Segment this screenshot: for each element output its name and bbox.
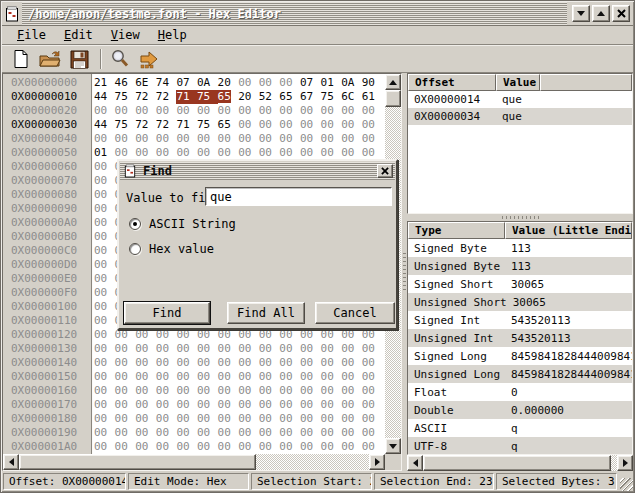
- hex-byte[interactable]: 00: [238, 146, 259, 160]
- hex-byte[interactable]: 20: [238, 90, 259, 104]
- inspector-row[interactable]: Signed Short30065: [408, 275, 632, 293]
- hex-byte[interactable]: 00: [341, 146, 362, 160]
- hex-byte[interactable]: 71: [176, 118, 197, 132]
- hex-byte[interactable]: 00: [156, 370, 177, 384]
- inspector-row[interactable]: UTF-8q: [408, 437, 632, 455]
- scroll-left-button[interactable]: [407, 455, 423, 471]
- scroll-right-button[interactable]: [617, 455, 633, 471]
- radio-unselected-icon[interactable]: [129, 243, 141, 255]
- hex-byte[interactable]: 00: [259, 426, 280, 440]
- hex-byte[interactable]: 00: [341, 398, 362, 412]
- hex-byte[interactable]: 00: [94, 258, 115, 272]
- new-file-button[interactable]: [8, 47, 34, 71]
- hex-byte[interactable]: 00: [176, 440, 197, 454]
- inspector-row[interactable]: Signed Int543520113: [408, 311, 632, 329]
- hex-byte[interactable]: 00: [218, 342, 239, 356]
- find-dialog-close-button[interactable]: [377, 164, 393, 178]
- hex-byte[interactable]: 00: [135, 370, 156, 384]
- hex-byte[interactable]: 00: [238, 356, 259, 370]
- hex-byte[interactable]: 00: [259, 398, 280, 412]
- minimize-button[interactable]: [572, 5, 590, 22]
- hex-byte[interactable]: 00: [94, 160, 115, 174]
- hex-byte[interactable]: 00: [300, 426, 321, 440]
- scroll-left-button[interactable]: [3, 454, 19, 470]
- hex-byte[interactable]: 00: [362, 328, 383, 342]
- hex-byte[interactable]: 01: [321, 76, 342, 90]
- hex-byte[interactable]: 00: [115, 328, 136, 342]
- hex-byte[interactable]: 00: [321, 426, 342, 440]
- hex-byte[interactable]: 00: [259, 132, 280, 146]
- hex-byte[interactable]: 00: [176, 104, 197, 118]
- hex-byte[interactable]: 00: [259, 146, 280, 160]
- hex-byte[interactable]: 00: [300, 132, 321, 146]
- hex-byte[interactable]: 6E: [135, 76, 156, 90]
- hex-byte[interactable]: 07: [176, 76, 197, 90]
- hex-byte[interactable]: 00: [341, 328, 362, 342]
- hex-byte[interactable]: 00: [135, 342, 156, 356]
- hex-byte[interactable]: 65: [279, 90, 300, 104]
- menu-file[interactable]: File: [8, 27, 55, 43]
- hex-byte[interactable]: 00: [135, 398, 156, 412]
- hex-byte[interactable]: 00: [156, 440, 177, 454]
- hex-byte[interactable]: 00: [94, 286, 115, 300]
- hex-byte[interactable]: 00: [341, 384, 362, 398]
- hex-byte[interactable]: 00: [94, 230, 115, 244]
- hex-byte[interactable]: 00: [115, 356, 136, 370]
- hex-byte[interactable]: 00: [238, 104, 259, 118]
- search-result-row[interactable]: 0X00000014que: [408, 91, 632, 108]
- hex-byte[interactable]: 00: [300, 412, 321, 426]
- hex-byte[interactable]: 00: [300, 118, 321, 132]
- hex-byte[interactable]: 00: [362, 412, 383, 426]
- hex-byte[interactable]: 00: [135, 412, 156, 426]
- column-header-offset[interactable]: Offset: [408, 74, 496, 91]
- hex-byte[interactable]: 75: [321, 90, 342, 104]
- hex-byte[interactable]: 00: [321, 146, 342, 160]
- hex-byte[interactable]: 00: [135, 356, 156, 370]
- hex-byte[interactable]: 00: [94, 384, 115, 398]
- horizontal-splitter[interactable]: [407, 214, 633, 221]
- find-all-button[interactable]: Find All: [227, 302, 305, 324]
- hex-byte[interactable]: 00: [115, 146, 136, 160]
- hex-byte[interactable]: 00: [197, 440, 218, 454]
- hex-byte[interactable]: 00: [341, 440, 362, 454]
- value-to-find-input[interactable]: [205, 187, 392, 206]
- open-file-button[interactable]: [37, 47, 63, 71]
- hex-byte[interactable]: 44: [94, 90, 115, 104]
- horizontal-scroll-thumb[interactable]: [19, 454, 256, 470]
- hex-byte[interactable]: 00: [94, 132, 115, 146]
- hex-byte[interactable]: 00: [218, 398, 239, 412]
- hex-byte[interactable]: 00: [94, 300, 115, 314]
- hex-byte[interactable]: 00: [176, 132, 197, 146]
- hex-byte[interactable]: 00: [176, 342, 197, 356]
- hex-byte[interactable]: 00: [341, 104, 362, 118]
- hex-byte[interactable]: 00: [341, 132, 362, 146]
- hex-byte[interactable]: 00: [218, 146, 239, 160]
- hex-byte[interactable]: 74: [156, 76, 177, 90]
- hex-byte[interactable]: 00: [238, 398, 259, 412]
- hex-byte[interactable]: 00: [135, 132, 156, 146]
- hex-byte[interactable]: 00: [115, 132, 136, 146]
- hex-byte[interactable]: 00: [176, 384, 197, 398]
- hex-byte[interactable]: 00: [341, 118, 362, 132]
- hex-byte[interactable]: 00: [156, 426, 177, 440]
- hex-byte[interactable]: 44: [94, 118, 115, 132]
- hex-byte[interactable]: 00: [197, 342, 218, 356]
- inspector-row[interactable]: Unsigned Byte113: [408, 257, 632, 275]
- hex-byte[interactable]: 00: [341, 356, 362, 370]
- hex-byte[interactable]: 00: [94, 272, 115, 286]
- hex-byte[interactable]: 00: [321, 370, 342, 384]
- hex-byte[interactable]: 72: [135, 118, 156, 132]
- hex-byte[interactable]: 00: [94, 244, 115, 258]
- hex-byte[interactable]: 00: [279, 328, 300, 342]
- hex-byte[interactable]: 00: [218, 426, 239, 440]
- hex-byte[interactable]: 00: [156, 412, 177, 426]
- hex-byte[interactable]: 00: [197, 356, 218, 370]
- hex-byte[interactable]: 00: [259, 356, 280, 370]
- scroll-up-button[interactable]: [385, 74, 401, 90]
- column-header-value[interactable]: Value: [496, 74, 540, 91]
- hex-byte[interactable]: 00: [279, 356, 300, 370]
- hex-byte[interactable]: 0A: [341, 76, 362, 90]
- hex-byte[interactable]: 00: [279, 132, 300, 146]
- hex-byte[interactable]: 00: [300, 146, 321, 160]
- hex-byte[interactable]: 00: [362, 118, 383, 132]
